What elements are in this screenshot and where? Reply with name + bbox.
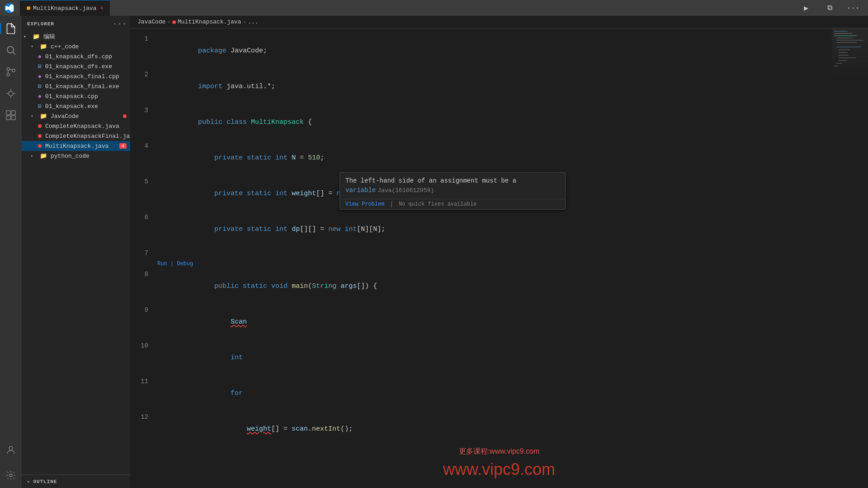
code-line-2: 2 import java.util.*; [130, 69, 868, 104]
file-error-dot-2 [38, 134, 42, 138]
tooltip-view-problem[interactable]: View Problem [345, 201, 384, 207]
activity-explorer[interactable] [0, 18, 22, 39]
title-bar-left: MultiKnapsack.java 4 [5, 0, 110, 16]
code-content-7[interactable] [157, 248, 868, 259]
tooltip-variable-kw: variable [345, 187, 376, 194]
run-debug-hint[interactable]: Run | Debug [130, 259, 868, 267]
java-file-label-2: CompleteKnapsackFinal.java [45, 133, 130, 140]
watermark-small: 更多课程:www.vipc9.com [459, 447, 540, 456]
tree-item-java-folder[interactable]: ▾ 📁 JavaCode [22, 111, 130, 121]
outline-panel[interactable]: ▸ OUTLINE [22, 474, 130, 488]
code-line-7: 7 [130, 247, 868, 259]
activity-search[interactable] [0, 39, 22, 61]
activity-bar [0, 16, 22, 488]
split-editor-button[interactable]: ⧉ [819, 0, 840, 16]
code-content-4[interactable]: private static int N = 510; [157, 141, 868, 176]
tab-error-count: 4 [100, 5, 103, 11]
tree-item-cpp-folder[interactable]: ▾ 📁 c++_code [22, 42, 130, 52]
sidebar-more-button[interactable]: ··· [115, 19, 125, 29]
svg-point-6 [9, 91, 13, 96]
tree-arrow-java: ▾ [31, 113, 38, 119]
breadcrumb-sep-1: › [167, 19, 170, 25]
svg-point-16 [9, 474, 12, 477]
code-content-11[interactable]: for [157, 376, 868, 411]
line-num-10: 10 [130, 340, 157, 352]
svg-rect-17 [834, 31, 848, 32]
tree-item-file3[interactable]: ◆ 01_knapsack_final.cpp [22, 71, 130, 81]
watermark-area: 更多课程:www.vipc9.com www.vipc9.com [130, 438, 868, 488]
tree-arrow-cpp: ▾ [31, 44, 38, 49]
file-icon-2: ⊡ [38, 63, 42, 70]
tooltip-separator: | [390, 201, 393, 207]
java-file-label-1: CompleteKnapsack.java [45, 123, 119, 130]
breadcrumb-sep-2: › [243, 19, 246, 25]
run-button[interactable]: ▶ [796, 0, 816, 16]
line-num-2: 2 [130, 69, 157, 80]
tree-item-label: 编辑 [43, 33, 55, 41]
sidebar: EXPLORER ··· ▾ 📁 编辑 ▾ 📁 c++_code ◆ 01_kn… [22, 16, 130, 488]
file-tree: ▾ 📁 编辑 ▾ 📁 c++_code ◆ 01_knapsack_dfs.cp… [22, 32, 130, 474]
code-content-6[interactable]: private static int dp[][] = new int[N][N… [157, 212, 868, 247]
file-error-badge: 4 [119, 143, 127, 149]
code-editor[interactable]: 1 package JavaCode; 2 import java.util.*… [130, 28, 868, 438]
breadcrumb-bar: JavaCode › MultiKnapsack.java › ... [130, 16, 868, 28]
breadcrumb-javacode[interactable]: JavaCode [137, 19, 165, 25]
activity-extensions[interactable] [0, 104, 22, 126]
code-line-4: 4 private static int N = 510; [130, 140, 868, 176]
file-label-2: 01_knapsack_dfs.exe [45, 63, 112, 70]
tab-modified-indicator [27, 6, 30, 10]
file-icon-4: ⊡ [38, 83, 42, 90]
activity-debug[interactable] [0, 83, 22, 104]
line-num-9: 9 [130, 304, 157, 316]
tree-item-completekpfinal[interactable]: CompleteKnapsackFinal.java [22, 131, 130, 141]
python-folder-icon: 📁 [40, 152, 47, 160]
code-line-8: 8 public static void main(String args[])… [130, 268, 868, 304]
java-folder-error-dot [123, 114, 127, 118]
editor-area: JavaCode › MultiKnapsack.java › ... [130, 16, 868, 488]
tree-item-file4[interactable]: ⊡ 01_knapsack_final.exe [22, 81, 130, 91]
tooltip-no-quickfix: No quick fixes available [399, 201, 477, 207]
tree-item-root[interactable]: ▾ 📁 编辑 [22, 32, 130, 42]
line-num-5: 5 [130, 176, 157, 188]
tree-item-file6[interactable]: ⊡ 01_knapsack.exe [22, 101, 130, 111]
file-label-4: 01_knapsack_final.exe [45, 83, 119, 90]
svg-point-2 [7, 68, 9, 70]
file-error-dot-1 [38, 124, 42, 128]
tooltip-java-code: Java(1610612959) [377, 187, 434, 194]
line-num-3: 3 [130, 104, 157, 116]
tooltip-footer: View Problem | No quick fixes available [340, 199, 565, 209]
breadcrumb-error-dot [172, 20, 176, 24]
breadcrumb-more[interactable]: ... [248, 19, 258, 25]
code-content-12[interactable]: weight[] = scan.nextInt(); [157, 412, 868, 438]
activity-account[interactable] [0, 439, 22, 461]
tree-item-python-folder[interactable]: ▸ 📁 python_code [22, 151, 130, 161]
active-tab[interactable]: MultiKnapsack.java 4 [20, 0, 110, 16]
java-file-label-3: MultiKnapsack.java [45, 143, 108, 150]
code-content-10[interactable]: int [157, 340, 868, 375]
file-label-5: 01_knapsack.cpp [45, 93, 98, 100]
tree-label-java: JavaCode [51, 113, 79, 120]
tree-item-file2[interactable]: ⊡ 01_knapsack_dfs.exe [22, 61, 130, 71]
file-icon-3: ◆ [38, 73, 42, 80]
activity-git[interactable] [0, 61, 22, 83]
code-line-10: 10 int [130, 340, 868, 375]
code-content-9[interactable]: Scan [157, 305, 868, 340]
code-content-1[interactable]: package JavaCode; [157, 33, 868, 69]
code-content-2[interactable]: import java.util.*; [157, 69, 868, 104]
activity-settings[interactable] [0, 465, 22, 486]
more-actions-button[interactable]: ··· [843, 0, 863, 16]
svg-point-15 [9, 446, 13, 450]
tree-item-completekp[interactable]: CompleteKnapsack.java [22, 121, 130, 131]
run-debug-text[interactable]: Run | Debug [157, 261, 193, 267]
tab-bar: MultiKnapsack.java 4 [20, 0, 110, 16]
breadcrumb-multiknapsack[interactable]: MultiKnapsack.java [172, 19, 241, 25]
code-content-3[interactable]: public class MultiKnapsack { [157, 105, 868, 140]
tree-item-file5[interactable]: ◆ 01_knapsack.cpp [22, 91, 130, 101]
tree-item-multiknapsack[interactable]: MultiKnapsack.java 4 [22, 141, 130, 151]
code-line-12: 12 weight[] = scan.nextInt(); [130, 411, 868, 438]
tooltip-popup: The left-hand side of an assignment must… [340, 172, 566, 210]
tree-item-file1[interactable]: ◆ 01_knapsack_dfs.cpp [22, 52, 130, 61]
code-line-1: 1 package JavaCode; [130, 33, 868, 69]
file-error-dot-3 [38, 144, 42, 148]
code-content-8[interactable]: public static void main(String args[]) { [157, 269, 868, 304]
